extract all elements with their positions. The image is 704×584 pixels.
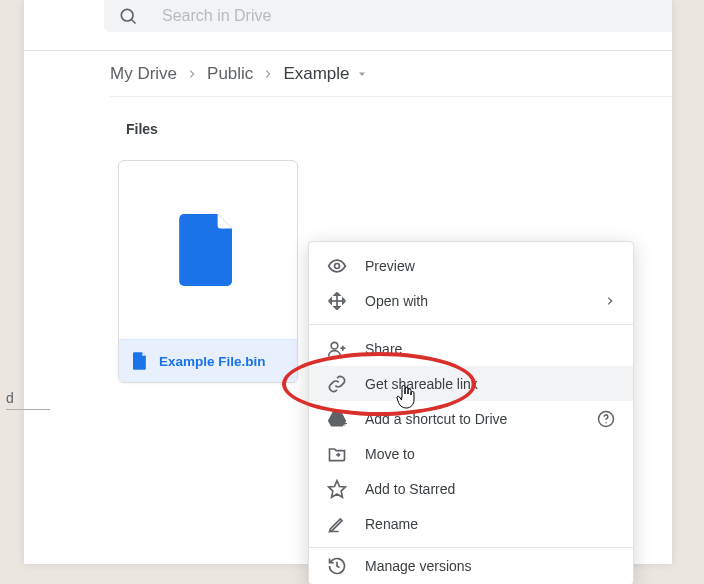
menu-rename[interactable]: Rename	[309, 506, 633, 541]
context-menu: Preview Open with Share Get shareable li…	[308, 241, 634, 584]
svg-marker-13	[329, 480, 346, 497]
pencil-icon	[327, 514, 347, 534]
menu-label: Open with	[365, 293, 605, 309]
menu-separator	[309, 324, 633, 325]
drive-add-icon: +	[327, 409, 347, 429]
menu-label: Add to Starred	[365, 481, 615, 497]
breadcrumb: My Drive Public Example	[110, 64, 368, 84]
folder-move-icon	[327, 444, 347, 464]
menu-preview[interactable]: Preview	[309, 248, 633, 283]
eye-icon	[327, 256, 347, 276]
breadcrumb-mydrive[interactable]: My Drive	[110, 64, 177, 84]
chevron-right-icon	[263, 69, 273, 79]
file-name-row: Example File.bin	[119, 339, 297, 382]
breadcrumb-public[interactable]: Public	[207, 64, 253, 84]
svg-marker-2	[359, 73, 365, 77]
file-icon	[179, 214, 237, 286]
menu-share[interactable]: Share	[309, 331, 633, 366]
menu-label: Add a shortcut to Drive	[365, 411, 597, 427]
file-icon	[133, 352, 147, 370]
menu-label: Move to	[365, 446, 615, 462]
chevron-right-icon	[605, 296, 615, 306]
menu-label: Share	[365, 341, 615, 357]
sidebar-fragment: d	[6, 390, 14, 406]
file-name-label: Example File.bin	[159, 354, 266, 369]
link-icon	[327, 374, 347, 394]
svg-text:+: +	[342, 418, 347, 429]
svg-point-12	[605, 422, 607, 424]
chevron-right-icon	[187, 69, 197, 79]
file-card[interactable]: Example File.bin	[118, 160, 298, 383]
menu-add-shortcut[interactable]: + Add a shortcut to Drive	[309, 401, 633, 436]
menu-manage-versions[interactable]: Manage versions	[309, 554, 633, 578]
menu-label: Preview	[365, 258, 615, 274]
person-add-icon	[327, 339, 347, 359]
breadcrumb-current[interactable]: Example	[283, 64, 367, 84]
star-icon	[327, 479, 347, 499]
menu-get-shareable-link[interactable]: Get shareable link	[309, 366, 633, 401]
help-icon[interactable]	[597, 410, 615, 428]
drive-window: Search in Drive My Drive Public Example …	[24, 0, 672, 564]
menu-open-with[interactable]: Open with	[309, 283, 633, 318]
svg-point-0	[121, 9, 133, 21]
svg-point-3	[335, 263, 340, 268]
divider	[110, 96, 672, 97]
breadcrumb-current-label: Example	[283, 64, 349, 84]
file-thumbnail	[119, 161, 297, 339]
history-icon	[327, 556, 347, 576]
search-placeholder: Search in Drive	[162, 7, 271, 25]
search-icon	[118, 6, 138, 26]
menu-label: Rename	[365, 516, 615, 532]
svg-point-6	[331, 342, 338, 349]
menu-move-to[interactable]: Move to	[309, 436, 633, 471]
menu-separator	[309, 547, 633, 548]
move-icon	[327, 291, 347, 311]
menu-label: Get shareable link	[365, 376, 615, 392]
section-files-label: Files	[126, 121, 158, 137]
divider	[24, 50, 672, 51]
search-bar[interactable]: Search in Drive	[104, 0, 672, 32]
sidebar-underline	[6, 409, 50, 410]
menu-label: Manage versions	[365, 558, 615, 574]
caret-down-icon	[356, 68, 368, 80]
menu-add-star[interactable]: Add to Starred	[309, 471, 633, 506]
svg-line-1	[132, 20, 136, 24]
